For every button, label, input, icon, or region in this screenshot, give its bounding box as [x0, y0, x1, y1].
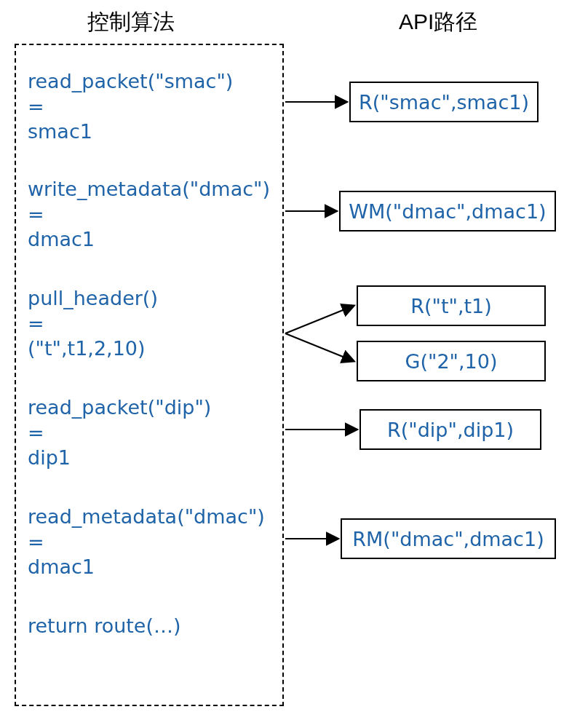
- api-box-2: WM("dmac",dmac1): [339, 191, 556, 232]
- code-line: write_metadata("dmac"): [28, 178, 270, 200]
- diagram-root: 控制算法 API路径 read_packet("smac") = smac1 w…: [0, 0, 588, 728]
- api-box-5: R("dip",dip1): [359, 409, 541, 450]
- api-box-1: R("smac",smac1): [349, 82, 539, 122]
- code-line: =: [28, 312, 44, 335]
- code-line: return route(…): [28, 614, 181, 637]
- code-line: =: [28, 95, 44, 118]
- api-box-4: G("2",10): [357, 341, 546, 381]
- code-line: =: [28, 203, 44, 226]
- code-line: read_packet("smac"): [28, 70, 233, 92]
- code-line: =: [28, 422, 44, 444]
- arrow-3b: [285, 333, 354, 361]
- code-block-6: return route(…): [28, 614, 181, 639]
- code-line: read_packet("dip"): [28, 396, 211, 419]
- code-line: smac1: [28, 120, 92, 143]
- code-line: pull_header(): [28, 287, 158, 309]
- arrow-3a: [285, 306, 354, 333]
- right-column-title: API路径: [399, 7, 477, 37]
- code-block-1: read_packet("smac") = smac1: [28, 69, 233, 145]
- code-line: ("t",t1,2,10): [28, 337, 146, 360]
- api-box-3: R("t",t1): [357, 285, 546, 326]
- code-line: read_metadata("dmac"): [28, 505, 265, 528]
- code-line: dmac1: [28, 555, 95, 578]
- code-line: =: [28, 531, 44, 553]
- code-block-3: pull_header() = ("t",t1,2,10): [28, 286, 158, 362]
- code-block-2: write_metadata("dmac") = dmac1: [28, 177, 270, 253]
- left-column-title: 控制算法: [87, 7, 175, 37]
- api-box-6: RM("dmac",dmac1): [341, 518, 556, 559]
- code-block-4: read_packet("dip") = dip1: [28, 395, 211, 471]
- code-line: dmac1: [28, 228, 95, 250]
- code-block-5: read_metadata("dmac") = dmac1: [28, 505, 265, 580]
- code-line: dip1: [28, 446, 71, 469]
